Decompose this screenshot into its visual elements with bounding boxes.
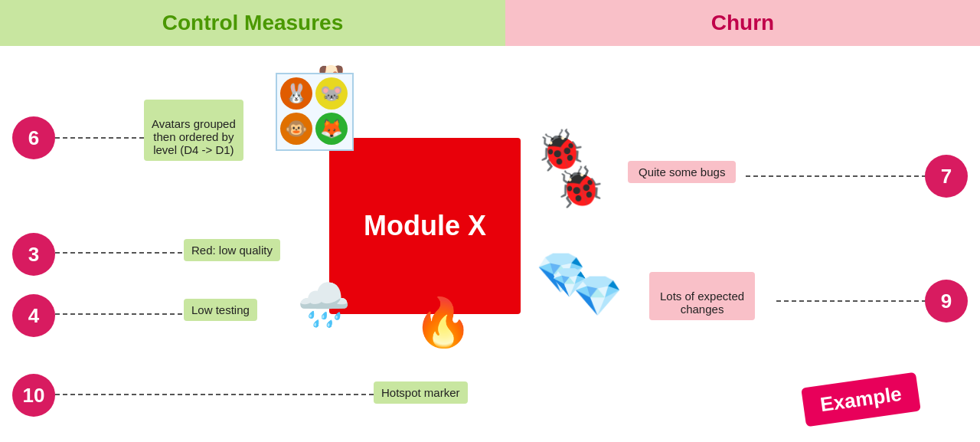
low-testing-label-box: Low testing — [184, 299, 257, 321]
avatar-2: 🐵 — [280, 113, 312, 145]
circle-9: 9 — [925, 280, 968, 322]
red-quality-label-box: Red: low quality — [184, 239, 280, 261]
avatar-3: 🦊 — [315, 113, 348, 145]
hotspot-label-box: Hotspot marker — [374, 381, 468, 404]
cloud-rain-icon: 🌧️ — [297, 283, 351, 326]
control-measures-title: Control Measures — [162, 11, 344, 35]
circle-10: 10 — [12, 374, 55, 417]
churn-title: Churn — [711, 11, 774, 35]
header-right-banner: Churn — [505, 0, 980, 46]
bugs-label-box: Quite some bugs — [628, 161, 736, 183]
header-left-banner: Control Measures — [0, 0, 505, 46]
avatars-label-box: Avatars grouped then ordered by level (D… — [144, 100, 243, 161]
avatars-grid: 🐰 🐭 🐵 🦊 — [276, 73, 354, 151]
fire-icon: 🔥 — [413, 299, 472, 346]
circle-7: 7 — [925, 155, 968, 198]
diamond-3-icon: 💎 — [551, 268, 587, 297]
module-box: Module X — [329, 138, 521, 314]
circle-4: 4 — [12, 294, 55, 337]
ladybug-2-icon: 🐞 — [555, 167, 605, 207]
circle-3: 3 — [12, 233, 55, 276]
changes-label-box: Lots of expected changes — [649, 272, 755, 320]
circle-6: 6 — [12, 116, 55, 159]
avatar-0: 🐰 — [280, 77, 312, 110]
avatar-1: 🐭 — [315, 77, 348, 110]
example-stamp: Example — [801, 372, 921, 427]
module-label: Module X — [364, 210, 486, 242]
